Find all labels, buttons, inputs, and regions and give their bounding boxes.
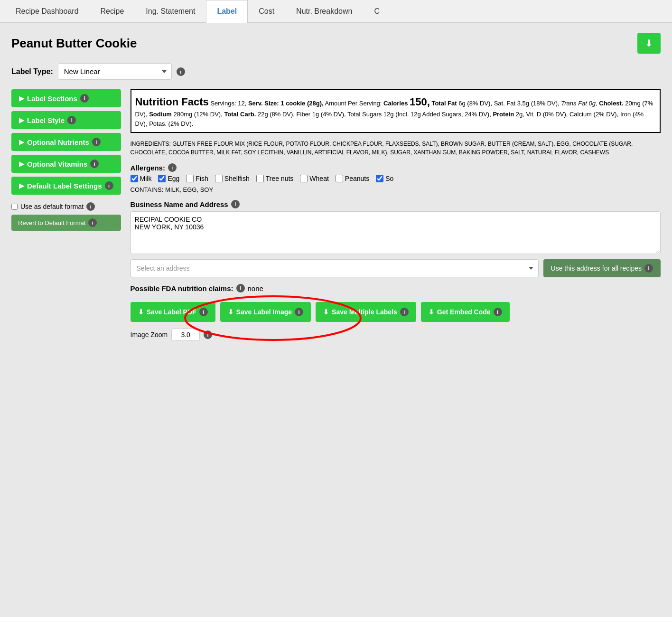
optional-nutrients-label: Optional Nutrients bbox=[27, 138, 89, 146]
save-pdf-label: Save Label PDF bbox=[147, 308, 196, 316]
tab-label[interactable]: Label bbox=[206, 0, 248, 23]
download-button-top[interactable]: ⬇ bbox=[637, 33, 661, 54]
save-label-image-button[interactable]: ⬇ Save Label Image i bbox=[220, 302, 311, 322]
tab-recipe-dashboard[interactable]: Recipe Dashboard bbox=[5, 0, 90, 22]
tab-recipe[interactable]: Recipe bbox=[90, 0, 135, 22]
allergen-so-checkbox[interactable] bbox=[376, 175, 383, 182]
allergen-shellfish-label: Shellfish bbox=[224, 175, 250, 182]
arrow-icon: ▶ bbox=[19, 94, 24, 102]
allergen-checkboxes: Milk Egg Fish Shellfish bbox=[131, 175, 661, 182]
bna-textarea[interactable]: RECIPAL COOKIE CO NEW YORK, NY 10036 bbox=[131, 211, 661, 254]
save-multiple-label: Save Multiple Labels bbox=[332, 308, 397, 316]
recipe-title: Peanut Butter Cookie bbox=[11, 36, 137, 51]
save-image-info-icon[interactable]: i bbox=[295, 308, 303, 316]
optional-vitamins-info-icon[interactable]: i bbox=[90, 160, 99, 168]
get-embed-code-button[interactable]: ⬇ Get Embed Code i bbox=[421, 302, 510, 322]
save-pdf-info-icon[interactable]: i bbox=[199, 308, 208, 316]
save-multiple-info-icon[interactable]: i bbox=[400, 308, 409, 316]
allergen-wheat-checkbox[interactable] bbox=[300, 175, 308, 182]
bna-info-icon[interactable]: i bbox=[231, 200, 240, 208]
fda-claims-info-icon[interactable]: i bbox=[236, 284, 245, 292]
allergens-title: Allergens: i bbox=[131, 163, 661, 172]
allergen-wheat-label: Wheat bbox=[309, 175, 328, 182]
label-sections-info-icon[interactable]: i bbox=[80, 94, 89, 103]
image-zoom-input[interactable]: 3.0 bbox=[171, 329, 200, 341]
save-label-pdf-button[interactable]: ⬇ Save Label PDF i bbox=[131, 302, 215, 322]
default-label-settings-label: Default Label Settings bbox=[27, 182, 102, 190]
label-type-select[interactable]: New Linear Classic Tabular Linear Simpli… bbox=[58, 63, 172, 80]
allergen-milk-checkbox[interactable] bbox=[131, 175, 138, 182]
arrow-icon-2: ▶ bbox=[19, 116, 24, 124]
image-zoom-info-icon[interactable]: i bbox=[204, 330, 212, 339]
allergen-peanuts-label: Peanuts bbox=[345, 175, 369, 182]
allergen-tree-nuts-checkbox[interactable] bbox=[256, 175, 264, 182]
save-multiple-labels-button[interactable]: ⬇ Save Multiple Labels i bbox=[316, 302, 416, 322]
tab-nutr-breakdown[interactable]: Nutr. Breakdown bbox=[285, 0, 363, 22]
label-type-row: Label Type: New Linear Classic Tabular L… bbox=[11, 63, 661, 80]
allergen-milk-label: Milk bbox=[140, 175, 152, 182]
label-style-label: Label Style bbox=[27, 116, 65, 124]
allergen-shellfish-checkbox[interactable] bbox=[215, 175, 223, 182]
fda-claims-label: Possible FDA nutrition claims: bbox=[131, 284, 233, 292]
allergen-so: So bbox=[376, 175, 393, 182]
allergen-fish-label: Fish bbox=[196, 175, 208, 182]
contains-text: CONTAINS: MILK, EGG, SOY bbox=[131, 186, 661, 193]
label-sections-button[interactable]: ▶ Label Sections i bbox=[11, 89, 121, 107]
two-col-layout: ▶ Label Sections i ▶ Label Style i ▶ Opt… bbox=[11, 89, 661, 341]
allergen-tree-nuts-label: Tree nuts bbox=[266, 175, 294, 182]
allergen-egg-label: Egg bbox=[168, 175, 179, 182]
save-image-icon: ⬇ bbox=[228, 308, 233, 316]
optional-vitamins-label: Optional Vitamins bbox=[27, 160, 87, 168]
default-label-settings-info-icon[interactable]: i bbox=[105, 181, 113, 190]
get-embed-info-icon[interactable]: i bbox=[494, 308, 502, 316]
allergens-section: Allergens: i Milk Egg Fish bbox=[131, 163, 661, 193]
allergen-milk: Milk bbox=[131, 175, 152, 182]
allergen-shellfish: Shellfish bbox=[215, 175, 250, 182]
revert-info-icon[interactable]: i bbox=[88, 218, 97, 227]
tab-cost[interactable]: Cost bbox=[248, 0, 285, 22]
use-address-button[interactable]: Use this address for all recipes i bbox=[543, 259, 661, 277]
nf-title: Nutrition Facts bbox=[135, 96, 209, 108]
save-pdf-icon: ⬇ bbox=[138, 308, 144, 316]
optional-nutrients-button[interactable]: ▶ Optional Nutrients i bbox=[11, 133, 121, 151]
default-format-row: Use as default format i bbox=[11, 202, 121, 211]
default-label-settings-button[interactable]: ▶ Default Label Settings i bbox=[11, 177, 121, 195]
tab-ing-statement[interactable]: Ing. Statement bbox=[135, 0, 206, 22]
revert-to-default-button[interactable]: Revert to Default Format i bbox=[11, 215, 121, 231]
label-style-button[interactable]: ▶ Label Style i bbox=[11, 111, 121, 129]
tab-extra[interactable]: C bbox=[363, 0, 391, 22]
allergen-peanuts-checkbox[interactable] bbox=[336, 175, 343, 182]
allergen-wheat: Wheat bbox=[300, 175, 328, 182]
allergen-egg: Egg bbox=[158, 175, 179, 182]
allergen-fish: Fish bbox=[186, 175, 208, 182]
left-sidebar: ▶ Label Sections i ▶ Label Style i ▶ Opt… bbox=[11, 89, 121, 231]
allergens-label: Allergens: bbox=[131, 164, 165, 172]
allergens-info-icon[interactable]: i bbox=[168, 163, 177, 172]
use-address-info-icon[interactable]: i bbox=[644, 264, 653, 273]
bottom-buttons: ⬇ Save Label PDF i ⬇ Save Label Image i … bbox=[131, 302, 661, 322]
fda-claims: Possible FDA nutrition claims: i none bbox=[131, 284, 661, 292]
optional-nutrients-info-icon[interactable]: i bbox=[92, 138, 101, 146]
ingredients-text: INGREDIENTS: GLUTEN FREE FLOUR MIX (RICE… bbox=[131, 140, 661, 157]
allergen-fish-checkbox[interactable] bbox=[186, 175, 194, 182]
allergen-peanuts: Peanuts bbox=[336, 175, 369, 182]
address-select[interactable]: Select an address bbox=[131, 259, 539, 277]
save-multiple-icon: ⬇ bbox=[323, 308, 329, 316]
label-sections-label: Label Sections bbox=[27, 94, 77, 103]
allergen-egg-checkbox[interactable] bbox=[158, 175, 166, 182]
right-content: Nutrition Facts Servings: 12, Serv. Size… bbox=[131, 89, 661, 341]
save-image-label: Save Label Image bbox=[236, 308, 292, 316]
default-format-checkbox[interactable] bbox=[11, 204, 18, 210]
use-address-label: Use this address for all recipes bbox=[551, 264, 642, 272]
label-type-label: Label Type: bbox=[11, 67, 53, 76]
default-format-label[interactable]: Use as default format bbox=[20, 203, 84, 210]
image-zoom-label: Image Zoom bbox=[131, 331, 168, 339]
label-type-info-icon[interactable]: i bbox=[177, 67, 185, 76]
image-zoom-row: Image Zoom 3.0 i bbox=[131, 329, 661, 341]
label-style-info-icon[interactable]: i bbox=[67, 116, 76, 124]
allergen-tree-nuts: Tree nuts bbox=[256, 175, 294, 182]
nutrition-facts-box: Nutrition Facts Servings: 12, Serv. Size… bbox=[131, 89, 661, 133]
optional-vitamins-button[interactable]: ▶ Optional Vitamins i bbox=[11, 155, 121, 173]
fda-claims-value: none bbox=[248, 284, 263, 292]
default-format-info-icon[interactable]: i bbox=[86, 202, 95, 211]
